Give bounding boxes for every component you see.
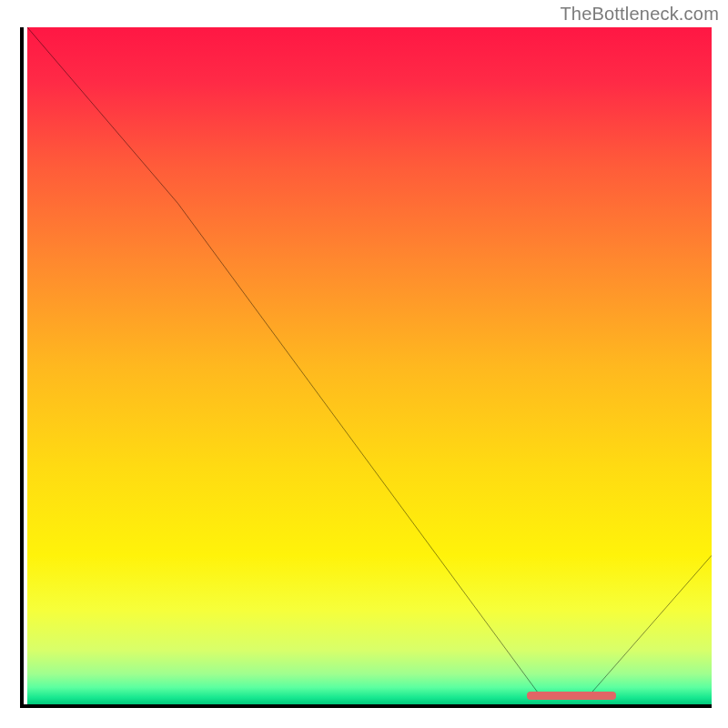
optimal-range-marker bbox=[527, 692, 616, 700]
chart-container: TheBottleneck.com bbox=[0, 0, 728, 728]
attribution-text: TheBottleneck.com bbox=[560, 4, 719, 25]
plot-axes bbox=[20, 27, 712, 708]
bottleneck-curve bbox=[27, 27, 712, 704]
